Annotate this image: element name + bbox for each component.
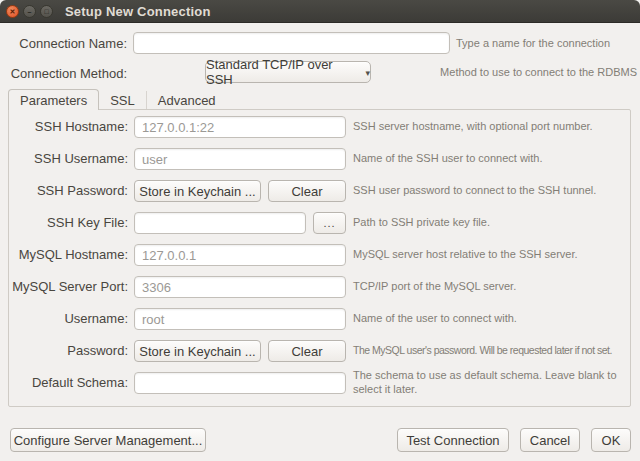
mysql-hostname-input[interactable] — [134, 244, 346, 266]
maximize-icon[interactable]: □ — [40, 5, 53, 18]
ssh-password-store-keychain-button[interactable]: Store in Keychain ... — [134, 180, 261, 202]
default-schema-input[interactable] — [134, 372, 346, 394]
form-row-ssh-username: SSH Username: Name of the SSH user to co… — [9, 148, 630, 170]
title-bar: ✕ – □ Setup New Connection — [0, 0, 640, 23]
configure-server-management-button[interactable]: Configure Server Management... — [10, 428, 206, 452]
form-row-mysql-server-port: MySQL Server Port: TCP/IP port of the My… — [9, 276, 630, 298]
ssh-key-file-hint: Path to SSH private key file. — [353, 216, 630, 230]
ssh-key-file-label: SSH Key File: — [9, 212, 128, 234]
form-row-ssh-password: SSH Password: Store in Keychain ... Clea… — [9, 180, 630, 202]
ssh-hostname-hint: SSH server hostname, with optional port … — [353, 120, 630, 134]
ssh-password-clear-button[interactable]: Clear — [268, 180, 346, 202]
ssh-username-label: SSH Username: — [9, 148, 128, 170]
connection-name-input[interactable] — [133, 32, 450, 54]
ok-button[interactable]: OK — [591, 428, 631, 452]
form-row-default-schema: Default Schema: The schema to use as def… — [9, 372, 630, 394]
form-row-username: Username: Name of the user to connect wi… — [9, 308, 630, 330]
form-row-ssh-hostname: SSH Hostname: SSH server hostname, with … — [9, 116, 630, 138]
chevron-down-icon: ▾ — [365, 68, 370, 78]
ssh-key-file-browse-button[interactable]: ... — [313, 212, 346, 234]
username-hint: Name of the user to connect with. — [353, 312, 630, 326]
window-title: Setup New Connection — [65, 4, 211, 19]
tab-parameters[interactable]: Parameters — [8, 89, 99, 110]
ssh-username-input[interactable] — [134, 148, 346, 170]
connection-name-hint: Type a name for the connection — [456, 37, 610, 49]
connection-method-hint: Method to use to connect to the RDBMS — [440, 66, 637, 78]
parameters-panel: SSH Hostname: SSH server hostname, with … — [8, 109, 631, 407]
form-row-password: Password: Store in Keychain ... Clear Th… — [9, 340, 630, 362]
tab-advanced[interactable]: Advanced — [147, 91, 227, 109]
ssh-username-hint: Name of the SSH user to connect with. — [353, 152, 630, 166]
tab-bar: Parameters SSL Advanced — [8, 89, 227, 110]
mysql-hostname-hint: MySQL server host relative to the SSH se… — [353, 248, 630, 262]
form-row-ssh-key-file: SSH Key File: ... Path to SSH private ke… — [9, 212, 630, 234]
username-input[interactable] — [134, 308, 346, 330]
footer-button-group: Test Connection Cancel OK — [397, 428, 631, 452]
close-icon[interactable]: ✕ — [6, 5, 19, 18]
password-store-keychain-button[interactable]: Store in Keychain ... — [134, 340, 261, 362]
mysql-hostname-label: MySQL Hostname: — [9, 244, 128, 266]
ssh-password-hint: SSH user password to connect to the SSH … — [353, 184, 630, 198]
cancel-button[interactable]: Cancel — [520, 428, 580, 452]
test-connection-button[interactable]: Test Connection — [397, 428, 509, 452]
username-label: Username: — [9, 308, 128, 330]
connection-method-dropdown[interactable]: Standard TCP/IP over SSH ▾ — [205, 61, 371, 83]
ssh-key-file-input[interactable] — [134, 212, 306, 234]
ssh-password-label: SSH Password: — [9, 180, 128, 202]
mysql-server-port-hint: TCP/IP port of the MySQL server. — [353, 280, 630, 294]
connection-method-value: Standard TCP/IP over SSH — [206, 57, 359, 87]
connection-method-label: Connection Method: — [0, 66, 127, 81]
password-label: Password: — [9, 340, 128, 362]
connection-name-label: Connection Name: — [0, 36, 127, 51]
password-clear-button[interactable]: Clear — [268, 340, 346, 362]
tab-ssl[interactable]: SSL — [99, 91, 147, 109]
ssh-hostname-label: SSH Hostname: — [9, 116, 128, 138]
form-row-mysql-hostname: MySQL Hostname: MySQL server host relati… — [9, 244, 630, 266]
mysql-server-port-label: MySQL Server Port: — [9, 276, 128, 298]
default-schema-label: Default Schema: — [9, 372, 128, 394]
password-hint: The MySQL user's password. Will be reque… — [353, 344, 630, 357]
ssh-hostname-input[interactable] — [134, 116, 346, 138]
window-controls: ✕ – □ — [6, 5, 53, 18]
default-schema-hint: The schema to use as default schema. Lea… — [353, 369, 630, 397]
mysql-server-port-input[interactable] — [134, 276, 346, 298]
minimize-icon[interactable]: – — [23, 5, 36, 18]
